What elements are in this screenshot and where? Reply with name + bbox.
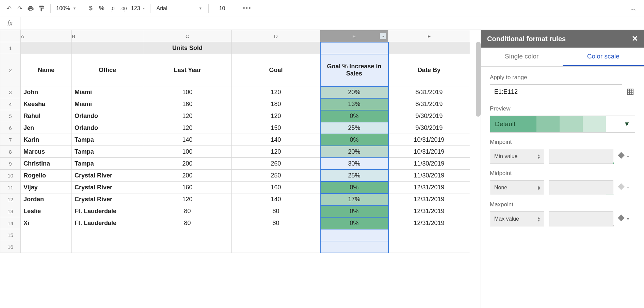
cell-A3[interactable]: John — [21, 86, 72, 98]
cell-A9[interactable]: Christina — [21, 158, 72, 170]
cell-C4[interactable]: 160 — [143, 98, 232, 110]
cell-D12[interactable]: 140 — [232, 193, 320, 205]
cell-A1[interactable] — [21, 42, 72, 54]
cell-D9[interactable]: 260 — [232, 158, 320, 170]
cell-F1[interactable] — [388, 42, 470, 54]
cell-D5[interactable]: 120 — [232, 110, 320, 122]
row-header-7[interactable]: 7 — [0, 134, 21, 146]
midpoint-color-button[interactable]: ▾ — [618, 185, 635, 190]
cell-E10[interactable]: 25% — [320, 170, 388, 182]
row-header-8[interactable]: 8 — [0, 146, 21, 158]
print-button[interactable] — [25, 3, 36, 14]
cell-C6[interactable]: 120 — [143, 122, 232, 134]
cell-C2[interactable]: Last Year — [143, 54, 232, 86]
cell-B16[interactable] — [72, 241, 143, 253]
cell-E16[interactable] — [320, 241, 388, 253]
cell-C7[interactable]: 140 — [143, 134, 232, 146]
cell-C14[interactable]: 80 — [143, 217, 232, 229]
font-dropdown[interactable]: Arial▼ — [154, 5, 205, 12]
collapse-toolbar-button[interactable]: ︿ — [630, 4, 637, 13]
zoom-dropdown[interactable]: 100%▼ — [54, 5, 78, 12]
formula-input[interactable] — [20, 17, 644, 30]
scrollbar-vertical[interactable] — [476, 42, 481, 117]
cell-D8[interactable]: 120 — [232, 146, 320, 158]
minpoint-value-input[interactable] — [549, 149, 613, 164]
column-header-B[interactable]: B — [72, 30, 143, 42]
cell-E6[interactable]: 25% — [320, 122, 388, 134]
font-size-input[interactable]: 10 — [212, 5, 232, 12]
cell-F7[interactable]: 10/31/2019 — [388, 134, 470, 146]
row-header-9[interactable]: 9 — [0, 158, 21, 170]
cell-D3[interactable]: 120 — [232, 86, 320, 98]
cell-A8[interactable]: Marcus — [21, 146, 72, 158]
cell-D6[interactable]: 150 — [232, 122, 320, 134]
cell-D7[interactable]: 140 — [232, 134, 320, 146]
tab-single-color[interactable]: Single color — [481, 48, 563, 66]
number-format-dropdown[interactable]: 123▾ — [129, 5, 147, 12]
cell-C12[interactable]: 120 — [143, 193, 232, 205]
cell-D13[interactable]: 80 — [232, 205, 320, 217]
cell-F9[interactable]: 11/30/2019 — [388, 158, 470, 170]
cell-B8[interactable]: Tampa — [72, 146, 143, 158]
cell-F4[interactable]: 8/31/2019 — [388, 98, 470, 110]
cell-C13[interactable]: 80 — [143, 205, 232, 217]
cell-A11[interactable]: Vijay — [21, 182, 72, 193]
row-header-11[interactable]: 11 — [0, 182, 21, 193]
maxpoint-value-input[interactable] — [549, 211, 613, 226]
cell-F13[interactable]: 12/31/2019 — [388, 205, 470, 217]
cell-E14[interactable]: 0% — [320, 217, 388, 229]
cell-D15[interactable] — [232, 229, 320, 241]
cell-B11[interactable]: Crystal River — [72, 182, 143, 193]
cell-F12[interactable]: 12/31/2019 — [388, 193, 470, 205]
cell-B2[interactable]: Office — [72, 54, 143, 86]
cell-E15[interactable] — [320, 229, 388, 241]
cell-C8[interactable]: 100 — [143, 146, 232, 158]
cell-E13[interactable]: 0% — [320, 205, 388, 217]
cell-E3[interactable]: 20% — [320, 86, 388, 98]
close-panel-button[interactable]: ✕ — [632, 34, 638, 43]
cell-A5[interactable]: Rahul — [21, 110, 72, 122]
cell-D16[interactable] — [232, 241, 320, 253]
column-header-C[interactable]: C — [143, 30, 232, 42]
undo-button[interactable]: ↶ — [3, 3, 14, 14]
cell-E2[interactable]: Goal % Increase in Sales — [320, 54, 388, 86]
cell-C15[interactable] — [143, 229, 232, 241]
cell-D2[interactable]: Goal — [232, 54, 320, 86]
redo-button[interactable]: ↷ — [14, 3, 25, 14]
percent-button[interactable]: % — [96, 3, 107, 14]
cell-E5[interactable]: 0% — [320, 110, 388, 122]
minpoint-select[interactable]: Min value▴▾ — [490, 149, 544, 164]
cell-C16[interactable] — [143, 241, 232, 253]
column-header-F[interactable]: F — [388, 30, 470, 42]
cell-E9[interactable]: 30% — [320, 158, 388, 170]
cell-A6[interactable]: Jen — [21, 122, 72, 134]
maxpoint-select[interactable]: Max value▴▾ — [490, 211, 544, 226]
cell-A7[interactable]: Karin — [21, 134, 72, 146]
cell-E12[interactable]: 17% — [320, 193, 388, 205]
cell-B12[interactable]: Crystal River — [72, 193, 143, 205]
cell-A13[interactable]: Leslie — [21, 205, 72, 217]
column-header-D[interactable]: D — [232, 30, 320, 42]
cell-C5[interactable]: 120 — [143, 110, 232, 122]
cell-C1[interactable]: Units Sold — [143, 42, 232, 54]
currency-button[interactable]: $ — [85, 3, 96, 14]
paint-format-button[interactable] — [36, 3, 47, 14]
cell-E7[interactable]: 0% — [320, 134, 388, 146]
cell-B1[interactable] — [72, 42, 143, 54]
cell-A12[interactable]: Jordan — [21, 193, 72, 205]
cell-F3[interactable]: 8/31/2019 — [388, 86, 470, 98]
row-header-6[interactable]: 6 — [0, 122, 21, 134]
column-header-A[interactable]: A — [21, 30, 72, 42]
cell-B9[interactable]: Tampa — [72, 158, 143, 170]
more-formats-button[interactable]: ••• — [240, 5, 255, 12]
row-header-2[interactable]: 2 — [0, 54, 21, 86]
select-all-cell[interactable] — [0, 30, 21, 42]
cell-C3[interactable]: 100 — [143, 86, 232, 98]
cell-D10[interactable]: 250 — [232, 170, 320, 182]
cell-E8[interactable]: 20% — [320, 146, 388, 158]
cell-D1[interactable] — [232, 42, 320, 54]
minpoint-color-button[interactable]: ▾ — [618, 154, 635, 159]
cell-F10[interactable]: 11/30/2019 — [388, 170, 470, 182]
maxpoint-color-button[interactable]: ▾ — [618, 216, 635, 222]
cell-B7[interactable]: Tampa — [72, 134, 143, 146]
